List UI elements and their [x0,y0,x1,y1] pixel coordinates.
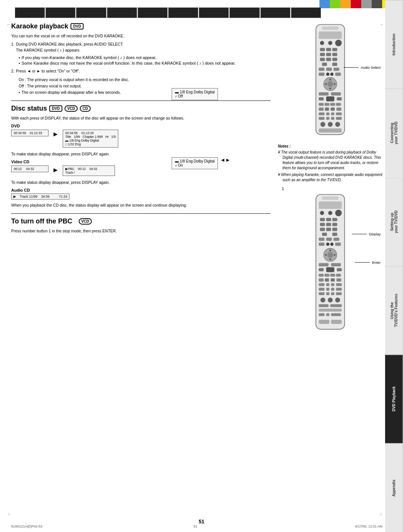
svg-rect-57 [319,201,342,209]
svg-rect-114 [330,304,342,307]
svg-rect-72 [319,238,324,241]
svg-rect-77 [330,242,334,246]
svg-rect-34 [337,97,342,100]
svg-rect-61 [320,218,325,221]
tab-using[interactable]: Using theTV/DVD's Features [385,266,403,355]
remote-top-wrapper: Audio Select [310,22,351,138]
vcd-pbc-row: ▶PBC 00:12 04:32 [65,167,112,171]
disc-dvd-badge: DVD [49,105,62,112]
svg-point-52 [328,122,332,127]
vcd-sublabel: Video CD [11,160,271,164]
svg-rect-23 [335,72,341,76]
karaoke-step2: 2. Press ◄ or ► to select "On" or "Off". [11,68,271,74]
svg-rect-108 [331,292,334,295]
acd-status-box: ▶ Track 11/99 34:56 71:33 [11,194,69,200]
svg-rect-42 [337,108,341,111]
svg-point-59 [328,211,332,215]
svg-rect-102 [319,288,324,291]
footer-center-page: 51 [193,525,197,528]
display2-line1: ▬ 1/8 Eng Dolby Digital [175,159,215,163]
dvd-note: To make status display disappear, press … [11,151,271,157]
display1-line1: ▬ 1/8 Eng Dolby Digital [175,90,215,94]
footer-right: 6/17/05, 11:01 AM [355,525,382,528]
svg-rect-19 [334,68,339,71]
step2-content: Press ◄ or ► to select "On" or "Off". [16,68,80,74]
svg-rect-76 [326,242,329,246]
vcd-status-box-right: ▶PBC 00:12 04:32 Track / [63,166,115,176]
bullet2: Some Karaoke discs may not have the voca… [19,61,271,65]
two-col-layout: Karaoke playback DVD You can turn the vo… [11,22,382,339]
svg-rect-86 [331,263,341,266]
enter-text: Enter [372,260,381,265]
enter-label: Enter [355,260,381,265]
svg-rect-37 [330,103,335,106]
section-divider2 [11,213,271,214]
pbc-vcd-badge: VCD [79,218,92,225]
footer-left: 5U90121A(E)P42-53 [11,525,43,528]
svg-rect-73 [326,238,332,241]
svg-rect-65 [326,223,331,226]
display-text: Display [369,232,381,236]
dvd-title-row: Title 1/99 Chapter 1:999 Hr 1/9 [65,135,116,139]
tab-appendix[interactable]: Appendix [385,443,403,532]
svg-rect-109 [336,292,341,295]
svg-rect-16 [332,63,337,66]
svg-rect-38 [336,103,341,106]
svg-rect-116 [319,313,324,316]
svg-rect-63 [332,218,337,221]
corner-mark-tl: ⌐ [7,22,10,27]
karaoke-dvd-badge: DVD [71,23,84,30]
tab-connecting[interactable]: Connectingyour TV/DVD [385,89,403,177]
bullet1: If you play non-Karaoke disc, the KARAOK… [19,55,271,60]
dvd-sub-row: □ 1/32 Eng [65,142,116,146]
number-indicator: 1 [282,186,382,191]
corner-mark-bl: └ [7,513,10,517]
step2-items: On : The primary vocal is output when it… [19,77,271,95]
dvd-status-box-left: 00:34:56 01:12:33 [11,130,49,136]
svg-rect-115 [319,309,342,312]
disc-status-text: Disc status [11,105,47,112]
step2-bullet: The on screen display will disappear aft… [19,89,271,96]
karaoke-step1: 1. During DVD KARAOKE disc playback, pre… [11,41,271,53]
pbc-body: Press number button 1 in the stop mode, … [11,228,271,234]
film-cell [260,7,290,18]
color-red [351,0,361,8]
page-wrapper: Introduction Connectingyour TV/DVD Setti… [0,0,403,532]
disc-status-title: Disc status DVD VCD CD [11,105,271,112]
acd-track: Track 11/99 [20,195,37,198]
svg-rect-1 [322,27,338,30]
svg-rect-94 [319,278,324,282]
karaoke-symbol1: ♪ [60,48,62,52]
karaoke-intro: You can turn the vocal on or off recorde… [11,33,271,39]
top-film-strip [15,7,321,19]
svg-rect-118 [331,313,341,316]
svg-rect-40 [325,108,329,111]
svg-rect-32 [319,97,324,100]
film-cell [46,7,75,18]
tab-dvd-playback[interactable]: DVD Playback [385,355,403,443]
svg-rect-43 [319,112,324,115]
tab-introduction[interactable]: Introduction [385,0,403,89]
svg-rect-70 [322,233,327,236]
svg-rect-47 [319,117,324,120]
remote-bottom-svg [310,192,351,332]
step2-off: Off : The primary vocal is not output. [19,83,271,89]
svg-rect-100 [331,283,334,286]
acd-time2: 71:33 [59,195,68,198]
film-cell [107,7,137,18]
svg-rect-6 [320,48,325,51]
audio-select-label: Audio Select [344,65,381,69]
disc-status-section: Disc status DVD VCD CD With each press o… [11,105,271,208]
left-column: Karaoke playback DVD You can turn the vo… [11,22,271,339]
display-label: Display [352,232,381,236]
tab-setting-up[interactable]: Setting upyour TV/DVD [385,177,403,266]
acd-time1: 34:56 [41,195,50,198]
color-blue [319,0,330,8]
svg-rect-13 [326,58,331,61]
note-item-1: The vocal output feature is used during … [278,150,382,171]
svg-rect-41 [331,108,335,111]
section-divider [11,100,271,101]
svg-rect-33 [326,96,334,101]
svg-rect-98 [319,283,324,286]
svg-rect-71 [332,233,337,236]
